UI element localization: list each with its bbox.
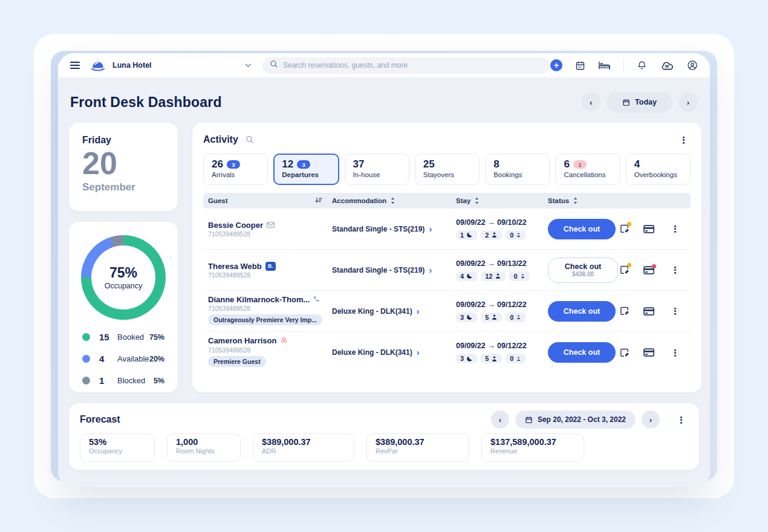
topbar-left: Luna Hotel [70,59,252,72]
tab-arrivals[interactable]: 263 Arrivals [203,154,268,185]
payment-card-icon[interactable] [643,348,654,357]
count-badge: 1 [573,160,587,169]
stay-cell: 09/09/22 → 09/13/22 4 12 0 [456,259,548,281]
child-icon [516,232,521,238]
accommodation-link[interactable]: Deluxe King - DLK(341)› [332,348,456,357]
stat-label: ADR [262,447,345,455]
tab-cancellations[interactable]: 61 Cancellations [555,154,620,185]
payment-card-icon[interactable] [643,266,654,274]
search-bar[interactable] [262,57,550,74]
column-guest[interactable]: Guest [208,196,332,206]
rooms-bed-icon[interactable] [598,60,611,70]
date-range-button[interactable]: Sep 20, 2022 - Oct 3, 2022 [515,410,636,429]
children-badge: 0 [506,313,526,322]
column-status[interactable]: Status [548,197,619,204]
month-label: September [82,181,164,193]
moon-icon [466,232,473,238]
next-range-button[interactable]: › [642,410,660,429]
row-menu-icon[interactable]: ⋮ [668,305,682,317]
tab-departures[interactable]: 123 Departures [273,154,339,185]
check-out-button[interactable]: Check out $438.00 [548,258,618,283]
search-icon[interactable] [246,135,254,144]
row-menu-icon[interactable]: ⋮ [668,347,682,358]
alert-dot [652,264,656,268]
check-out-button[interactable]: Check out [548,342,616,363]
row-menu-icon[interactable]: ⋮ [668,264,682,276]
table-header: Guest Accommodation Stay Status [203,193,691,209]
adult-icon [495,273,501,279]
stay-dates: 09/09/22 → 09/12/22 [456,342,548,350]
stat-value: $137,589,000.37 [490,437,575,447]
forecast-title: Forecast [80,414,120,425]
check-out-button[interactable]: Check out [548,219,616,239]
topbar: Luna Hotel + W [58,53,710,77]
registration-card-icon[interactable] [619,348,630,358]
calendar-icon[interactable] [575,60,585,71]
activity-title: Activity [203,134,238,145]
row-menu-icon[interactable]: ⋮ [668,223,682,235]
accommodation-link[interactable]: Deluxe King - DLK(341)› [332,307,456,316]
chevron-down-icon[interactable] [245,62,252,69]
hotel-logo-icon [89,59,106,72]
activity-tabs: 263 Arrivals 123 Departures 37 In-house … [203,154,691,185]
stat-label: Revenue [490,447,575,455]
row-actions: ⋮ [619,264,686,276]
nights-badge: 1 [456,230,477,240]
child-icon [520,273,526,279]
payment-card-icon[interactable] [643,225,654,233]
forecast-menu-icon[interactable]: ⋮ [674,414,688,426]
legend-label: Booked [117,332,149,342]
sort-icon [573,197,578,204]
app-window: Luna Hotel + W [58,53,710,487]
prev-range-button[interactable]: ‹ [491,410,509,429]
notifications-bell-icon[interactable] [637,60,647,71]
forecast-stats: 53% Occupancy 1,000 Room Nights $389,000… [80,433,688,462]
tab-in-house[interactable]: 37 In-house [345,154,409,185]
row-actions: ⋮ [619,347,686,358]
menu-icon[interactable] [70,62,80,70]
payment-card-icon[interactable] [643,307,654,316]
email-icon [267,221,275,230]
forecast-header: Forecast ‹ Sep 20, 2022 - Oct 3, 2022 › … [80,411,688,428]
reservation-id: 710539489528 [208,271,332,279]
tab-bookings[interactable]: 8 Bookings [485,154,550,185]
guest-cell: Cameron Harrison 710539489528 Premiere G… [208,336,332,369]
registration-card-icon[interactable] [619,224,630,234]
more-options-icon[interactable]: ⋮ [677,134,691,146]
chevron-right-icon: › [417,348,420,357]
weather-cloud-icon[interactable]: W [660,60,674,71]
guest-tag: Outrageously Premiere Very Imp... [208,314,322,325]
registration-card-icon[interactable] [619,306,630,316]
child-icon [516,356,521,362]
prev-day-button[interactable]: ‹ [581,92,600,112]
next-day-button[interactable]: › [679,92,698,112]
tab-stayovers[interactable]: 25 Stayovers [415,154,480,185]
legend-count: 4 [99,354,117,364]
account-icon[interactable] [687,60,698,71]
occupancy-percent: 75% [109,265,137,281]
legend-dot [82,333,90,341]
nights-badge: 4 [456,271,477,281]
check-out-button[interactable]: Check out [548,301,616,322]
sort-icon [390,197,395,204]
column-stay[interactable]: Stay [456,197,548,204]
accommodation-link[interactable]: Standard Single - STS(219)› [332,266,456,274]
count-badge: 3 [297,160,310,169]
today-button[interactable]: Today [607,92,672,112]
adult-icon [491,232,498,238]
registration-card-icon[interactable] [619,265,630,275]
legend-row-available: 4 Available 20% [82,354,164,364]
occupancy-label: Occupancy [105,282,143,290]
tab-overbookings[interactable]: 4 Overbookings [626,154,691,185]
reservation-id: 710539489528 [208,305,332,312]
calendar-icon [622,99,630,106]
page-title: Front Desk Dashboard [70,94,222,111]
table-row: Cameron Harrison 710539489528 Premiere G… [203,332,691,373]
column-accommodation[interactable]: Accommodation [332,197,456,204]
sort-icon [474,197,480,204]
search-input[interactable] [283,61,543,70]
accommodation-link[interactable]: Standard Single - STS(219)› [332,225,456,233]
guest-cell: Theresa Webb B. 710539489528 [208,262,332,279]
add-icon[interactable]: + [550,59,562,71]
adult-icon [491,314,498,320]
